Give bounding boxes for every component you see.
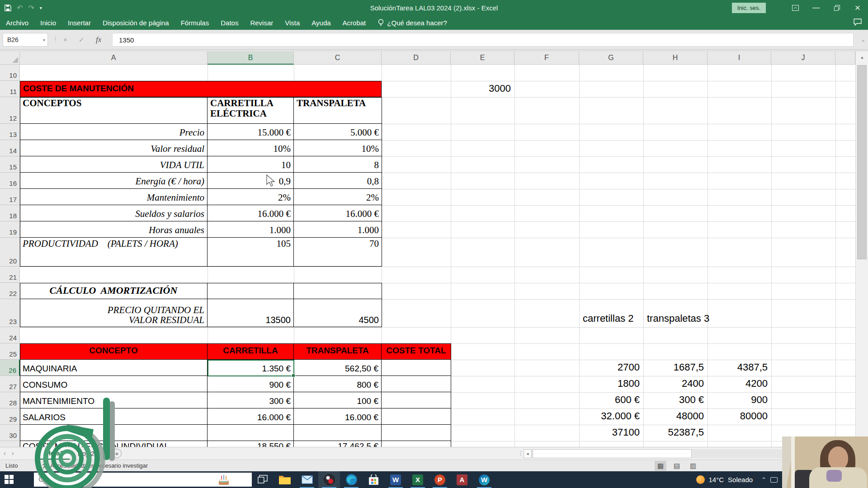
row-header-27[interactable]: 27 [0, 376, 20, 392]
cell-A15[interactable]: VIDA UTIL [20, 156, 208, 173]
cell-A23[interactable]: PRECIO QUITANDO EL VALOR RESIDUAL [20, 299, 208, 327]
cell-A19[interactable]: Horas anuales [20, 221, 208, 238]
cell-C17[interactable]: 2% [294, 189, 382, 205]
horizontal-scrollbar[interactable] [532, 449, 787, 458]
cell-H27[interactable]: 2400 [643, 376, 708, 392]
row-header-25[interactable]: 25 [0, 343, 20, 360]
tray-weather-condition[interactable]: Soleado [728, 476, 753, 483]
cell-B31[interactable]: 18.550 € [208, 441, 294, 447]
taskbar-word[interactable]: W [385, 471, 406, 488]
cell-A26[interactable]: MAQUINARIA [20, 360, 208, 376]
tab-datos[interactable]: Datos [215, 15, 244, 30]
cell-E11[interactable]: 3000 [451, 81, 514, 97]
cell-C16[interactable]: 0,8 [294, 173, 382, 189]
cell-C14[interactable]: 10% [294, 140, 382, 156]
comments-icon[interactable] [854, 19, 862, 26]
cell-I29[interactable]: 80000 [708, 408, 771, 425]
cell-C29[interactable]: 16.000 € [294, 408, 382, 425]
row-header-18[interactable]: 18 [0, 205, 20, 221]
column-header-partial[interactable] [835, 52, 855, 65]
cell-C12[interactable]: TRANSPALETA [294, 97, 382, 124]
cell-G27[interactable]: 1800 [579, 376, 643, 392]
cell-D29[interactable] [382, 408, 451, 425]
tab-insertar[interactable]: Insertar [62, 15, 97, 30]
name-box-dropdown-icon[interactable]: ▾ [43, 38, 45, 42]
cell-H29[interactable]: 48000 [643, 408, 708, 425]
vertical-scroll-thumb[interactable] [857, 65, 867, 259]
expand-formula-bar-icon[interactable]: ⌄ [861, 37, 865, 43]
name-box[interactable]: B26 ▾ [3, 33, 48, 47]
column-header-a[interactable]: A [20, 52, 208, 65]
cell-C31[interactable]: 17.462,5 € [294, 441, 382, 447]
cell-B30[interactable] [208, 425, 294, 441]
cell-C19[interactable]: 1.000 [294, 221, 382, 238]
tray-expand-icon[interactable]: ⌃ [761, 476, 766, 483]
select-all-corner[interactable] [0, 52, 20, 65]
cell-B15[interactable]: 10 [208, 156, 294, 173]
tray-app-icon[interactable] [770, 477, 778, 483]
cell-A16[interactable]: Energía (€ / hora) [20, 173, 208, 189]
cell-C15[interactable]: 8 [294, 156, 382, 173]
tab-ayuda[interactable]: Ayuda [306, 15, 336, 30]
cell-G23[interactable]: carretillas 2 [579, 299, 643, 327]
tab-inicio[interactable]: Inicio [34, 15, 62, 30]
taskbar-store[interactable] [363, 471, 384, 488]
cell-A27[interactable]: CONSUMO [20, 376, 208, 392]
taskbar-access[interactable]: A [451, 471, 473, 488]
formula-input[interactable]: 1350 [112, 33, 854, 47]
prev-sheet-icon[interactable]: ‹ [4, 450, 6, 457]
row-header-12[interactable]: 12 [0, 97, 20, 124]
column-header-g[interactable]: G [579, 52, 643, 65]
sign-in-button[interactable]: Inic. ses. [732, 3, 766, 13]
cell-H28[interactable]: 300 € [643, 392, 708, 408]
scroll-up-icon[interactable]: ▲ [856, 52, 868, 63]
cell-B23[interactable]: 13500 [208, 299, 294, 327]
cell-B22[interactable] [208, 283, 294, 299]
tell-me-search[interactable]: ¿Qué desea hacer? [372, 19, 453, 27]
cell-B18[interactable]: 16.000 € [208, 205, 294, 221]
cell-A13[interactable]: Precio [20, 124, 208, 140]
undo-icon[interactable]: ↶ [17, 4, 23, 12]
cell-A22[interactable]: CÁLCULO AMORTIZACIÓN [20, 283, 208, 299]
column-header-e[interactable]: E [451, 52, 514, 65]
taskbar-powerpoint[interactable]: P [429, 471, 451, 488]
cell-A18[interactable]: Sueldos y salarios [20, 205, 208, 221]
row-header-21[interactable]: 21 [0, 267, 20, 283]
cell-B20[interactable]: 105 [208, 238, 294, 267]
vertical-scrollbar[interactable]: ▲ ▼ [855, 52, 868, 447]
cell-B26[interactable]: 1.350 € [208, 360, 294, 376]
cancel-entry-icon[interactable]: × [63, 36, 67, 43]
horizontal-scroll-thumb[interactable] [533, 449, 692, 458]
cell-B12[interactable]: CARRETILLA ELÉCTRICA [208, 97, 294, 124]
taskbar-excel[interactable]: X [407, 471, 429, 488]
cell-I26[interactable]: 4387,5 [708, 360, 771, 376]
row-header-24[interactable]: 24 [0, 327, 20, 343]
row-header-22[interactable]: 22 [0, 283, 20, 299]
cell-A11[interactable]: COSTE DE MANUTENCIÓN [20, 81, 382, 97]
cell-C26[interactable]: 562,50 € [294, 360, 382, 376]
cell-D27[interactable] [382, 376, 451, 392]
cell-D31[interactable] [382, 441, 451, 447]
cell-B14[interactable]: 10% [208, 140, 294, 156]
restore-button[interactable] [826, 0, 847, 15]
row-header-17[interactable]: 17 [0, 189, 20, 205]
cell-G26[interactable]: 2700 [579, 360, 643, 376]
cell-C30[interactable] [294, 425, 382, 441]
cell-D30[interactable] [382, 425, 451, 441]
row-header-23[interactable]: 23 [0, 299, 20, 327]
cell-B16[interactable]: 0,9 [208, 173, 294, 189]
row-header-20[interactable]: 20 [0, 238, 20, 267]
cell-A17[interactable]: Mantenimiento [20, 189, 208, 205]
task-view-icon[interactable] [258, 475, 268, 484]
cell-I28[interactable]: 900 [708, 392, 771, 408]
column-header-b[interactable]: B [208, 52, 294, 65]
cell-D26[interactable] [382, 360, 451, 376]
cell-B29[interactable]: 16.000 € [208, 408, 294, 425]
confirm-entry-icon[interactable]: ✓ [79, 36, 85, 44]
minimize-button[interactable]: — [806, 0, 826, 15]
cell-H23[interactable]: transpaletas 3 [643, 299, 708, 327]
column-header-i[interactable]: I [708, 52, 771, 65]
column-header-j[interactable]: J [771, 52, 835, 65]
cell-C20[interactable]: 70 [294, 238, 382, 267]
row-header-19[interactable]: 19 [0, 221, 20, 238]
